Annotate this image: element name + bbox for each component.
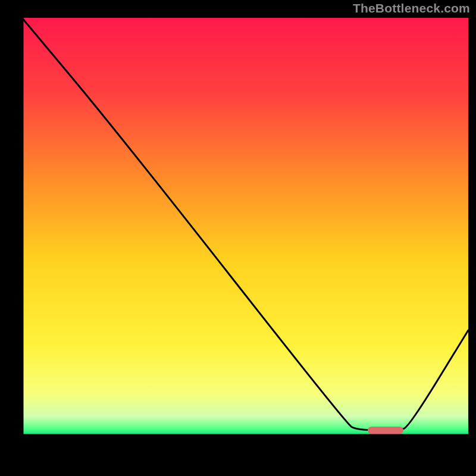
plot-background [22, 18, 468, 436]
chart-svg [0, 0, 476, 476]
chart-stage: TheBottleneck.com [0, 0, 476, 476]
watermark: TheBottleneck.com [353, 1, 470, 15]
optimal-marker [368, 427, 403, 434]
